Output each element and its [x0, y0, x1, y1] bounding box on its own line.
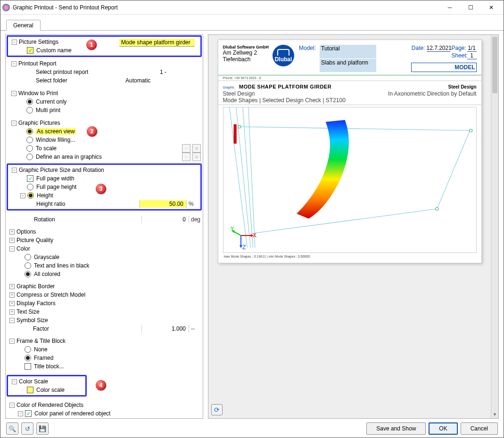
head-model-value: Tutorial	[320, 45, 376, 58]
close-button[interactable]: ✕	[481, 1, 502, 14]
value-select-report[interactable]: 1 -	[125, 69, 201, 75]
collapse-icon[interactable]: −	[9, 403, 15, 408]
collapse-icon[interactable]: −	[9, 339, 15, 344]
checkbox-color-panel[interactable]	[25, 410, 32, 417]
radio-framed[interactable]	[25, 355, 31, 361]
label-multi-print: Multi print	[36, 107, 201, 114]
svg-rect-10	[233, 124, 236, 144]
scroll-thumb[interactable]	[492, 37, 497, 93]
label-window-filling: Window filling...	[36, 137, 201, 143]
custom-name-label: Custom name	[36, 47, 200, 54]
scrollbar[interactable]: ▲ ▼	[491, 35, 498, 418]
section-text-size: Text Size	[17, 308, 203, 315]
minimize-button[interactable]: ─	[439, 1, 460, 14]
input-rotation[interactable]: 0	[141, 216, 189, 223]
refresh-button[interactable]: ⟳	[211, 404, 223, 415]
expand-icon[interactable]: +	[9, 301, 15, 306]
radio-current-only[interactable]	[26, 98, 33, 105]
dlubal-logo-icon: Dlubal	[273, 45, 294, 66]
badge-3: 3	[96, 184, 106, 194]
value-select-folder[interactable]: Automatic	[125, 77, 201, 84]
label-title-block: Title block...	[34, 363, 203, 370]
head-page-label: Page:	[452, 45, 466, 52]
collapse-icon[interactable]: −	[12, 168, 17, 173]
save-settings-button[interactable]: 💾	[36, 422, 49, 435]
radio-grayscale[interactable]	[25, 254, 31, 260]
company-city: Tiefenbach	[223, 56, 269, 63]
head-model-label: Model:	[299, 45, 318, 58]
ok-button[interactable]: OK	[429, 422, 457, 435]
radio-define-area[interactable]	[26, 154, 33, 160]
radio-as-screen-view[interactable]	[26, 128, 33, 135]
section-symbol-size: Symbol Size	[17, 317, 203, 324]
collapse-icon[interactable]: −	[9, 318, 15, 323]
input-height-ratio[interactable]: 50.00	[139, 200, 186, 208]
svg-point-8	[435, 208, 438, 211]
label-color-panel: Color panel of rendered object	[34, 410, 203, 417]
help-button[interactable]: 🔍	[6, 422, 18, 435]
input-factor[interactable]: 1.000	[141, 325, 189, 333]
radio-to-scale[interactable]	[26, 145, 33, 152]
label-height: Height	[37, 192, 200, 199]
area-button-b: ✕	[192, 153, 201, 161]
label-all-colored: All colored	[34, 271, 203, 277]
collapse-icon[interactable]: −	[9, 246, 15, 251]
cancel-button[interactable]: Cancel	[461, 422, 498, 435]
checkbox-color-scale[interactable]	[27, 387, 33, 393]
save-and-show-button[interactable]: Save and Show	[366, 422, 426, 435]
svg-point-7	[469, 129, 472, 132]
window-title: Graphic Printout - Send to Printout Repo…	[13, 4, 439, 11]
scale-button-a: ▫	[182, 144, 190, 153]
checkbox-title-block[interactable]	[25, 363, 31, 370]
expand-icon[interactable]: +	[9, 284, 15, 289]
collapse-icon[interactable]: −	[18, 411, 23, 416]
radio-none[interactable]	[25, 346, 31, 353]
radio-height[interactable]	[27, 192, 34, 199]
head-page-value: 1/1	[467, 45, 477, 52]
label-framed: Framed	[34, 355, 203, 361]
scroll-down-icon[interactable]: ▼	[491, 411, 498, 418]
radio-text-lines-black[interactable]	[25, 262, 31, 269]
badge-2: 2	[87, 126, 97, 137]
collapse-icon[interactable]: −	[12, 40, 17, 45]
expand-icon[interactable]: +	[9, 309, 15, 315]
collapse-icon[interactable]: −	[11, 61, 17, 66]
collapse-icon[interactable]: −	[20, 193, 25, 198]
section-rendered-objects: Color of Rendered Objects	[17, 402, 203, 408]
radio-multi-print[interactable]	[26, 107, 33, 114]
tab-general[interactable]: General	[6, 20, 41, 31]
collapse-icon[interactable]: −	[12, 379, 17, 384]
badge-4: 4	[96, 380, 106, 390]
label-full-width: Full page width	[36, 175, 200, 182]
unit-rotation: deg	[189, 216, 203, 223]
reset-button[interactable]: ↺	[21, 422, 33, 435]
area-button-a: ▫	[182, 153, 190, 161]
custom-name-checkbox[interactable]	[27, 47, 33, 54]
expand-icon[interactable]: +	[9, 238, 15, 243]
radio-all-colored[interactable]	[25, 271, 31, 277]
company-street: Am Zellweg 2	[223, 49, 269, 56]
expand-icon[interactable]: +	[9, 292, 15, 298]
section-options: Options	[17, 228, 203, 235]
section-size-rotation: Graphic Picture Size and Rotation	[19, 167, 200, 173]
svg-text:X: X	[252, 232, 256, 239]
maximize-button[interactable]: ☐	[460, 1, 481, 14]
figure-section-right: Steel Design	[448, 84, 476, 89]
label-height-ratio: Height ratio	[35, 201, 139, 207]
figure-sub-left-a: Steel Design	[223, 90, 255, 97]
scale-button-b: ✕	[192, 144, 201, 153]
svg-text:Z: Z	[242, 244, 246, 251]
settings-tree[interactable]: 1 − Picture Settings Mode shape platform…	[5, 34, 203, 419]
expand-icon[interactable]: +	[9, 229, 15, 235]
section-graphic-border: Graphic Border	[17, 283, 203, 290]
section-display-factors: Display Factors	[17, 300, 203, 307]
unit-factor: --	[189, 325, 203, 333]
unit-height-ratio: %	[186, 200, 200, 208]
radio-full-height[interactable]	[27, 184, 33, 190]
label-rotation: Rotation	[33, 216, 141, 223]
custom-name-input[interactable]: Mode shape platform girder	[119, 39, 195, 47]
collapse-icon[interactable]: −	[11, 91, 17, 96]
checkbox-full-width[interactable]	[27, 175, 33, 182]
collapse-icon[interactable]: −	[11, 121, 17, 126]
radio-window-filling[interactable]	[26, 137, 33, 143]
